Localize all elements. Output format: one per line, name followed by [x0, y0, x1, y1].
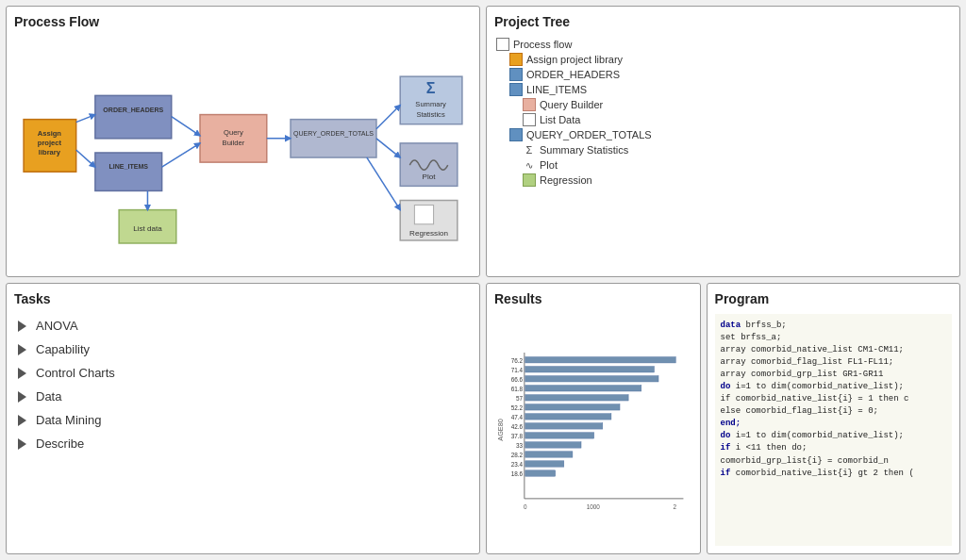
svg-text:1000: 1000	[587, 503, 601, 510]
tree-item: Process flow	[494, 37, 952, 52]
task-item[interactable]: Capability	[14, 338, 472, 361]
code-keyword: data	[721, 321, 741, 330]
results-chart: AGE80 76.2 71.4 66.6 61.8 57 52.2 47.4 4…	[494, 314, 692, 546]
tree-item: Assign project library	[494, 52, 952, 67]
svg-rect-59	[525, 452, 573, 457]
process-flow-panel: Process Flow Assign project library ORDE…	[6, 6, 480, 277]
svg-rect-47	[525, 395, 628, 401]
code-line: do i=1 to dim(comorbid_native_list);	[721, 430, 946, 442]
code-line: set brfss_a;	[721, 332, 946, 344]
tree-icon-folder	[523, 113, 536, 126]
process-flow-title: Process Flow	[14, 14, 472, 29]
tree-item-label: List Data	[540, 114, 580, 125]
tree-icon-green	[523, 173, 536, 187]
tree-item: QUERY_ORDER_TOTALS	[494, 127, 952, 142]
svg-text:28.2: 28.2	[511, 452, 524, 458]
svg-line-31	[376, 139, 400, 157]
svg-text:Statistics: Statistics	[416, 110, 444, 119]
svg-text:Assign: Assign	[38, 129, 62, 138]
svg-text:37.8: 37.8	[511, 433, 524, 439]
code-text: comorbid_native_list{i} gt 2 then (	[730, 469, 913, 478]
tree-icon-orange	[509, 53, 523, 66]
svg-text:76.2: 76.2	[511, 357, 524, 364]
svg-text:33: 33	[516, 442, 524, 449]
svg-line-24	[76, 115, 95, 123]
svg-rect-57	[525, 442, 581, 448]
svg-text:Builder: Builder	[223, 139, 245, 147]
code-line: end;	[721, 418, 946, 430]
svg-rect-61	[525, 461, 564, 467]
svg-text:LINE_ITEMS: LINE_ITEMS	[108, 163, 148, 170]
task-label: Control Charts	[36, 366, 115, 380]
code-text: i <11 then do;	[730, 443, 807, 453]
task-label: Data Mining	[36, 413, 101, 427]
tree-icon-folder	[496, 38, 509, 51]
svg-text:Regression: Regression	[409, 229, 448, 238]
tree-icon-sigma: Σ	[523, 143, 536, 156]
tree-icon-blue	[509, 68, 523, 81]
svg-text:Query: Query	[224, 128, 243, 137]
code-line: comorbid_grp_list{i} = comorbid_n	[721, 455, 946, 468]
task-label: ANOVA	[36, 319, 78, 333]
main-container: Process Flow Assign project library ORDE…	[0, 0, 966, 560]
tree-icon-blue	[509, 83, 523, 96]
code-text: i=1 to dim(comorbid_native_list);	[730, 382, 904, 391]
code-line: array comorbid_native_list CM1-CM11;	[721, 344, 946, 356]
task-arrow-icon	[18, 438, 26, 450]
task-item[interactable]: Control Charts	[14, 361, 472, 385]
task-label: Data	[36, 389, 61, 404]
code-keyword: if	[721, 443, 731, 453]
svg-text:Σ: Σ	[426, 79, 436, 96]
code-line: array comorbid_flag_list FL1-FL11;	[721, 356, 946, 369]
svg-text:Summary: Summary	[415, 101, 446, 109]
tree-item-label: ORDER_HEADERS	[526, 69, 620, 80]
svg-text:23.4: 23.4	[511, 461, 524, 468]
flow-svg: Assign project library ORDER_HEADERS LIN…	[14, 37, 472, 269]
code-line: else comorbid_flag_list{i} = 0;	[721, 405, 946, 418]
task-arrow-icon	[18, 415, 26, 426]
code-keyword: do	[721, 431, 731, 440]
task-arrow-icon	[18, 368, 26, 379]
task-label: Capability	[36, 342, 90, 356]
svg-text:Plot: Plot	[423, 173, 437, 181]
svg-text:61.8: 61.8	[511, 386, 524, 392]
code-line: data brfss_b;	[721, 320, 946, 332]
svg-rect-41	[525, 367, 655, 372]
code-line: if i <11 then do;	[721, 442, 946, 454]
svg-rect-55	[525, 433, 594, 438]
tree-item-label: QUERY_ORDER_TOTALS	[526, 129, 652, 140]
code-keyword: do	[721, 382, 731, 391]
svg-rect-13	[291, 120, 376, 157]
svg-text:47.4: 47.4	[511, 414, 524, 420]
task-arrow-icon	[18, 344, 26, 355]
code-line: if comorbid_native_list{i} gt 2 then (	[721, 468, 946, 480]
svg-line-32	[367, 157, 400, 210]
svg-text:List data: List data	[133, 224, 162, 233]
svg-rect-38	[525, 357, 675, 363]
svg-rect-6	[95, 153, 162, 190]
program-panel: Program data brfss_b; set brfss_a; array…	[707, 283, 960, 554]
results-title: Results	[494, 291, 692, 306]
tree-item: ΣSummary Statistics	[494, 142, 952, 157]
task-arrow-icon	[18, 321, 26, 332]
svg-text:library: library	[39, 148, 61, 156]
svg-line-27	[162, 143, 200, 167]
tree-item: Query Builder	[494, 97, 952, 112]
tree-item-label: Plot	[540, 159, 558, 171]
svg-rect-53	[525, 423, 603, 429]
tree-icon-salmon	[523, 98, 536, 111]
task-item[interactable]: ANOVA	[14, 314, 472, 338]
task-item[interactable]: Describe	[14, 432, 472, 455]
tree-item: ∿Plot	[494, 157, 952, 173]
code-keyword: end;	[721, 419, 741, 428]
tree-item: ORDER_HEADERS	[494, 67, 952, 82]
svg-text:66.6: 66.6	[511, 376, 524, 383]
tree-item-label: Assign project library	[526, 54, 623, 65]
svg-rect-63	[525, 470, 556, 476]
svg-line-30	[376, 105, 400, 128]
task-item[interactable]: Data	[14, 385, 472, 408]
svg-text:71.4: 71.4	[511, 367, 524, 373]
task-item[interactable]: Data Mining	[14, 408, 472, 432]
program-title: Program	[715, 291, 952, 306]
tree-item-label: Regression	[540, 174, 592, 186]
